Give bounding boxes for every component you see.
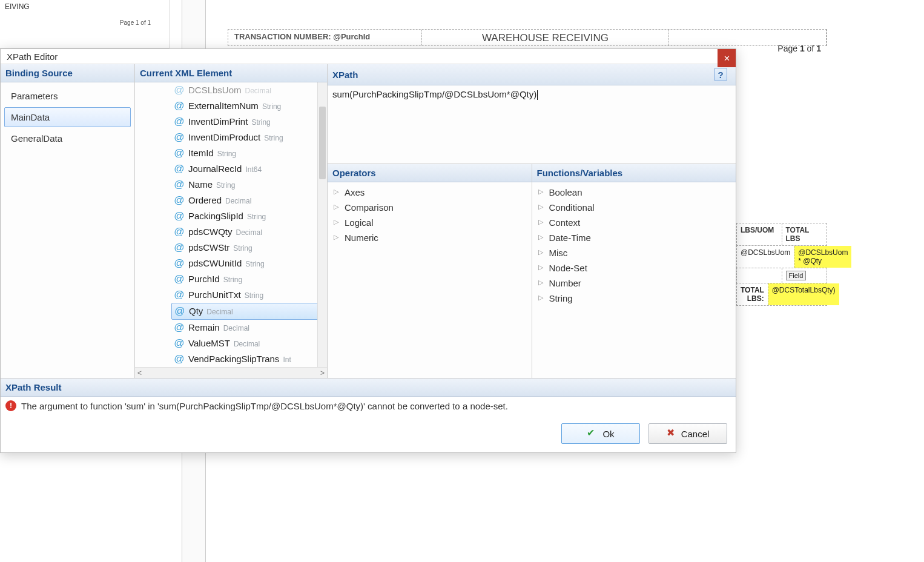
xml-element-name: PurchUnitTxt [188, 289, 241, 300]
attribute-icon: @ [174, 194, 185, 207]
x-icon [667, 429, 676, 438]
function-category[interactable]: Conditional [536, 200, 733, 215]
xml-element-item[interactable]: @pdsCWUnitIdString [171, 256, 327, 271]
empty-cell [737, 268, 782, 283]
val-lbs-uom[interactable]: @DCSLbsUom [737, 246, 794, 268]
xml-element-type: Int [283, 355, 291, 364]
xml-element-type: Decimal [206, 308, 233, 316]
col-lbs-uom[interactable]: LBS/UOM [737, 223, 782, 245]
xpath-input[interactable]: sum(PurchPackingSlipTmp/@DCSLbsUom*@Qty) [328, 85, 736, 164]
xml-element-item[interactable]: @RemainDecimal [171, 320, 327, 336]
function-category[interactable]: Boolean [536, 185, 733, 200]
xml-element-header: Current XML Element [135, 64, 327, 82]
function-category[interactable]: Date-Time [536, 230, 733, 245]
xpath-editor-dialog: XPath Editor ✕ Binding Source Parameters… [0, 48, 736, 453]
attribute-icon: @ [174, 289, 185, 301]
xml-element-type: String [216, 181, 235, 190]
bg-preview-top-left: EIVING Page 1 of 1 [0, 0, 170, 48]
xpath-header-label: XPath [332, 70, 358, 80]
error-icon: ! [5, 400, 16, 411]
attribute-icon: @ [174, 116, 185, 128]
binding-source-header: Binding Source [1, 64, 134, 82]
operators-header: Operators [328, 164, 532, 182]
xml-element-name: pdsCWUnitId [188, 258, 242, 268]
report-header-row: TRANSACTION NUMBER: @PurchId WAREHOUSE R… [228, 29, 827, 46]
xml-element-item[interactable]: @ValueMSTDecimal [171, 336, 327, 351]
xml-element-item[interactable]: @ItemIdString [171, 145, 327, 161]
attribute-icon: @ [174, 210, 185, 222]
xml-horizontal-scrollbar[interactable]: < > [135, 367, 327, 378]
xml-element-item[interactable]: @pdsCWQtyDecimal [171, 224, 327, 240]
xml-element-name: JournalRecId [188, 164, 242, 174]
page-of: of [805, 44, 816, 53]
ok-button-label: Ok [602, 429, 614, 439]
function-category[interactable]: Misc [536, 245, 733, 260]
operator-category[interactable]: Axes [331, 185, 528, 200]
xml-element-type: String [264, 134, 283, 142]
scrollbar-thumb[interactable] [319, 107, 326, 179]
xml-element-type: Int64 [245, 165, 262, 174]
function-category[interactable]: Number [536, 276, 733, 291]
function-category[interactable]: String [536, 291, 733, 306]
xml-element-item[interactable]: @InventDimPrintString [171, 114, 327, 130]
page-current: 1 [800, 44, 805, 53]
xml-element-item[interactable]: @InventDimProductString [171, 130, 327, 145]
operator-category[interactable]: Logical [331, 215, 528, 230]
xml-element-item[interactable]: @DCSLbsUomDecimal [171, 82, 327, 98]
attribute-icon: @ [174, 322, 185, 334]
xml-element-item[interactable]: @pdsCWStrString [171, 240, 327, 256]
xml-element-item[interactable]: @PurchUnitTxtString [171, 287, 327, 303]
xpath-result-header: XPath Result [1, 379, 736, 397]
attribute-icon: @ [174, 273, 185, 285]
attribute-icon: @ [174, 337, 185, 349]
binding-source-item[interactable]: GeneralData [4, 128, 131, 148]
xml-element-type: String [262, 102, 281, 111]
transaction-number-cell[interactable]: TRANSACTION NUMBER: @PurchId [228, 30, 422, 45]
xml-element-type: Decimal [245, 87, 271, 95]
operator-category[interactable]: Comparison [331, 200, 528, 215]
xml-element-type: String [233, 244, 252, 253]
xml-element-type: String [245, 291, 263, 300]
xml-element-type: String [251, 118, 270, 127]
scroll-right-icon[interactable]: > [320, 369, 325, 377]
xml-element-name: Ordered [188, 195, 222, 205]
attribute-icon: @ [174, 147, 185, 159]
total-lbs-value[interactable]: @DCSTotalLbsQty) [768, 283, 839, 305]
report-title-cell[interactable]: WAREHOUSE RECEIVING [422, 30, 669, 45]
help-icon: ? [718, 70, 723, 80]
scroll-left-icon[interactable]: < [137, 369, 142, 377]
functions-list: BooleanConditionalContextDate-TimeMiscNo… [532, 182, 736, 308]
binding-source-item[interactable]: MainData [4, 107, 131, 127]
binding-source-item[interactable]: Parameters [4, 86, 131, 106]
xpath-panel: XPath ? sum(PurchPackingSlipTmp/@DCSLbsU… [328, 64, 736, 378]
xml-vertical-scrollbar[interactable] [317, 82, 327, 367]
operator-category[interactable]: Numeric [331, 230, 528, 245]
xml-element-name: VendPackingSlipTrans [188, 354, 279, 364]
field-tag[interactable]: Field [786, 271, 807, 280]
val-total-lbs[interactable]: @DCSLbsUom * @Qty [794, 246, 851, 268]
field-tag-cell[interactable]: Field [782, 268, 827, 283]
functions-panel: Functions/Variables BooleanConditionalCo… [532, 164, 736, 378]
xml-element-item[interactable]: @NameString [171, 177, 327, 193]
xml-element-type: Decimal [236, 228, 262, 237]
xml-element-item[interactable]: @OrderedDecimal [171, 193, 327, 208]
col-total-lbs[interactable]: TOTAL LBS [782, 223, 827, 245]
function-category[interactable]: Context [536, 215, 733, 230]
xpath-expression-text: sum(PurchPackingSlipTmp/@DCSLbsUom*@Qty) [332, 89, 536, 99]
xml-element-item[interactable]: @ExternalItemNumString [171, 98, 327, 114]
close-button[interactable]: ✕ [718, 49, 736, 67]
xml-element-list[interactable]: @DCSLbsUomDecimal@ExternalItemNumString@… [135, 82, 327, 367]
dialog-titlebar[interactable]: XPath Editor ✕ [1, 49, 736, 64]
cancel-button-label: Cancel [681, 429, 710, 439]
ok-button[interactable]: Ok [561, 423, 640, 444]
function-category[interactable]: Node-Set [536, 260, 733, 276]
xml-element-item[interactable]: @QtyDecimal [171, 303, 327, 320]
attribute-icon: @ [174, 305, 185, 317]
xml-element-item[interactable]: @JournalRecIdInt64 [171, 161, 327, 177]
xml-element-type: Decimal [223, 324, 249, 332]
cancel-button[interactable]: Cancel [648, 423, 727, 444]
xml-element-item[interactable]: @PurchIdString [171, 271, 327, 287]
xml-element-item[interactable]: @VendPackingSlipTransInt [171, 351, 327, 367]
help-button[interactable]: ? [714, 68, 727, 81]
xml-element-item[interactable]: @PackingSlipIdString [171, 208, 327, 224]
